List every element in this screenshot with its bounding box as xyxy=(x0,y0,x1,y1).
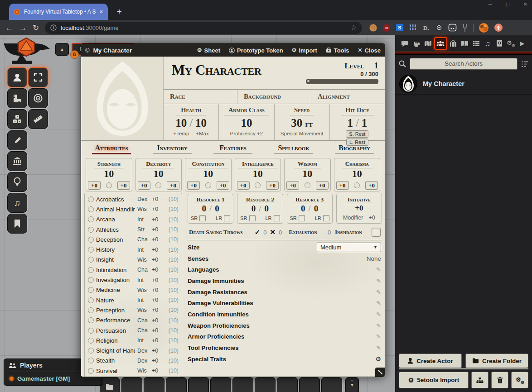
maximize-icon[interactable]: ◻ xyxy=(506,1,510,7)
sounds-tool-button[interactable]: ♫ xyxy=(7,193,27,213)
skill-proficiency-toggle[interactable] xyxy=(88,216,94,222)
site-info-icon[interactable] xyxy=(50,24,57,31)
ability-save[interactable]: +0 xyxy=(167,181,179,190)
short-rest-checkbox[interactable] xyxy=(199,215,206,221)
detail-field[interactable]: Background xyxy=(237,90,311,104)
forward-icon[interactable]: → xyxy=(19,24,27,32)
tab-actors[interactable] xyxy=(434,37,447,50)
character-portrait[interactable] xyxy=(81,57,164,141)
detail-field[interactable]: Alignment xyxy=(311,90,385,104)
edit-icon[interactable]: ✎ xyxy=(376,289,381,296)
prototype-token-button[interactable]: Prototype Token xyxy=(229,47,283,54)
ability-block[interactable]: Strength 10 +0 +0 xyxy=(86,158,132,191)
gear-icon[interactable]: ⚙ xyxy=(375,355,381,363)
import-button[interactable]: ⚙Import xyxy=(292,47,317,54)
proficiency-toggle[interactable] xyxy=(354,182,360,188)
size-select[interactable]: Medium▼ xyxy=(317,243,381,252)
5etools-import-button[interactable]: ⚙ 5etools Import xyxy=(399,372,469,388)
ability-save[interactable]: +0 xyxy=(365,181,378,190)
edit-icon[interactable]: ✎ xyxy=(376,311,381,318)
skill-row[interactable]: History Int +0 (10) xyxy=(85,244,182,254)
resource-block[interactable]: Resource 3 0/0 SR LR xyxy=(287,194,333,224)
short-rest-checkbox[interactable] xyxy=(299,215,305,221)
skill-proficiency-toggle[interactable] xyxy=(88,206,94,212)
skill-row[interactable]: Acrobatics Dex +0 (10) xyxy=(85,194,182,204)
ublock-shield-icon[interactable]: U0 xyxy=(382,24,391,32)
edit-icon[interactable]: ✎ xyxy=(376,266,381,273)
macro-slot[interactable] xyxy=(121,377,142,392)
skill-proficiency-toggle[interactable] xyxy=(88,237,94,243)
macro-slot[interactable] xyxy=(144,377,164,392)
detail-field[interactable]: Race xyxy=(164,90,237,104)
skill-row[interactable]: Investigation Int +0 (10) xyxy=(85,275,182,285)
xp-text[interactable]: 0 / 300 xyxy=(301,71,378,77)
check-icon[interactable]: ✓ xyxy=(255,228,261,236)
robot-icon[interactable] xyxy=(448,24,457,32)
update-icon[interactable] xyxy=(494,23,503,32)
skill-row[interactable]: Animal Handling Wis +0 (10) xyxy=(85,204,182,214)
settings-button[interactable]: ⚙⚙ xyxy=(511,372,528,388)
address-bar[interactable]: localhost:30000/game ☆ xyxy=(45,22,362,34)
initiative-block[interactable]: Initiative +0 Modifier+0 xyxy=(336,194,382,224)
macro-slot[interactable] xyxy=(166,377,187,392)
nav-collapse-button[interactable]: ▲ xyxy=(55,43,69,56)
sheet-tab[interactable]: Attributes xyxy=(81,143,142,157)
ability-save[interactable]: +0 xyxy=(316,181,329,190)
ability-block[interactable]: Constitution 10 +0 +0 xyxy=(185,158,232,191)
skill-row[interactable]: Survival Wis +0 (10) xyxy=(85,366,182,376)
edit-icon[interactable]: ✎ xyxy=(376,344,381,351)
skill-row[interactable]: Arcana Int +0 (10) xyxy=(85,215,182,225)
skill-proficiency-toggle[interactable] xyxy=(88,257,94,263)
delete-button[interactable] xyxy=(491,372,508,388)
proficiency-toggle[interactable] xyxy=(255,182,261,188)
short-rest-checkbox[interactable] xyxy=(249,215,256,221)
macro-slot[interactable] xyxy=(255,377,276,392)
cross-icon[interactable]: ✕ xyxy=(270,228,276,236)
tab-playlists[interactable]: ♫ xyxy=(482,38,493,49)
character-name[interactable]: My Character xyxy=(164,57,301,89)
tiles-tool-button[interactable] xyxy=(7,109,27,129)
minimize-icon[interactable]: ─ xyxy=(488,1,492,7)
new-tab-button[interactable]: + xyxy=(113,6,125,18)
short-rest-button[interactable]: S. Rest xyxy=(346,130,368,138)
ability-save[interactable]: +0 xyxy=(117,181,130,190)
create-actor-button[interactable]: Create Actor xyxy=(399,354,462,368)
reload-icon[interactable]: ↻ xyxy=(33,24,39,32)
target-button[interactable] xyxy=(28,88,48,108)
hit-dice-block[interactable]: Hit Dice 1/1 S. RestL. Rest xyxy=(329,104,385,141)
macro-slot[interactable] xyxy=(210,377,231,392)
skill-proficiency-toggle[interactable] xyxy=(88,368,94,374)
select-tokens-button[interactable] xyxy=(28,67,48,87)
close-window-icon[interactable]: ✕ xyxy=(523,1,527,7)
skill-row[interactable]: Perception Wis +0 (10) xyxy=(85,305,182,315)
hotbar-page-control[interactable]: –▾ xyxy=(345,377,359,392)
ability-mod[interactable]: +0 xyxy=(237,181,250,190)
skill-row[interactable]: Athletics Str +0 (10) xyxy=(85,225,182,234)
actor-entry[interactable]: My Character xyxy=(395,73,532,95)
tuning-fork-icon[interactable] xyxy=(462,24,468,32)
skill-row[interactable]: Stealth Dex +0 (10) xyxy=(85,356,182,366)
ability-block[interactable]: Intelligence 10 +0 +0 xyxy=(235,158,281,191)
d-letter-icon[interactable]: D. xyxy=(422,24,430,32)
tools-button[interactable]: Tools xyxy=(326,47,349,54)
ability-mod[interactable]: +0 xyxy=(336,181,349,190)
health-block[interactable]: Health 10/10 +Temp+Max xyxy=(164,104,218,141)
sheet-tab[interactable]: Biography xyxy=(324,143,385,157)
lighting-tool-button[interactable] xyxy=(7,172,27,192)
sheet-tab[interactable]: Spellbook xyxy=(263,143,324,157)
drawings-tool-button[interactable] xyxy=(7,130,27,150)
skill-row[interactable]: Persuasion Cha +0 (10) xyxy=(85,325,182,335)
ability-mod[interactable]: +0 xyxy=(187,181,200,190)
sheet-tab[interactable]: Inventory xyxy=(142,143,203,157)
grid-dots-icon[interactable] xyxy=(409,24,417,32)
armor-class-block[interactable]: Armor Class 10 Proficiency +2 xyxy=(218,104,274,141)
skill-row[interactable]: Insight Wis +0 (10) xyxy=(85,255,182,265)
ability-block[interactable]: Wisdom 10 +0 +0 xyxy=(284,158,331,191)
measure-templates-button[interactable] xyxy=(7,88,27,108)
ability-save[interactable]: +0 xyxy=(266,181,279,190)
sheet-tab[interactable]: Features xyxy=(203,143,263,157)
window-header[interactable]: © My Character ⚙Sheet Prototype Token ⚙I… xyxy=(81,44,385,57)
skill-proficiency-toggle[interactable] xyxy=(88,317,94,323)
back-icon[interactable]: ← xyxy=(5,24,13,32)
macro-slot[interactable] xyxy=(277,377,298,392)
